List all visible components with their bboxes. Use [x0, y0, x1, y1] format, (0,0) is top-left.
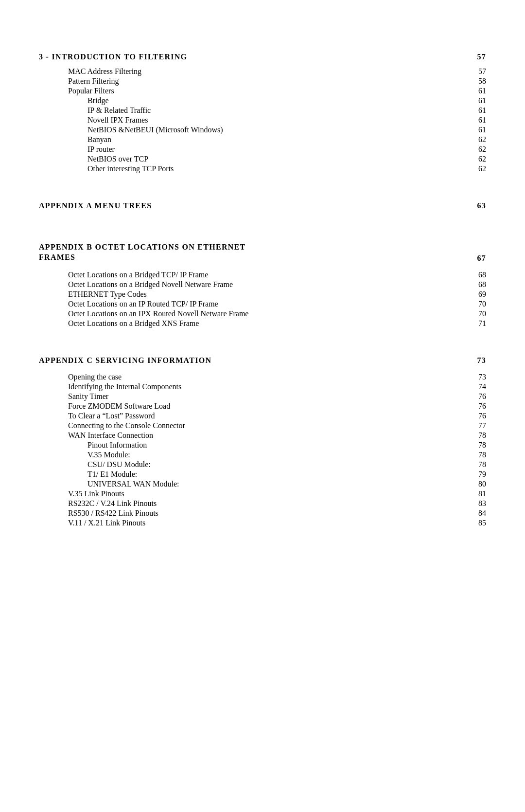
toc-title-pinout: Pinout Information	[88, 441, 467, 450]
toc-page-octet-bridged-tcp: 68	[467, 271, 486, 279]
toc-entry-octet-bridged-tcp: Octet Locations on a Bridged TCP/ IP Fra…	[39, 271, 486, 279]
toc-page-octet-bridged-xns: 71	[467, 319, 486, 328]
toc-page-v35-link: 81	[467, 489, 486, 498]
section-3-page: 57	[467, 53, 486, 61]
toc-entry-identifying: Identifying the Internal Components 74	[39, 382, 486, 391]
toc-page-popular: 61	[467, 87, 486, 95]
toc-title-t1-e1: T1/ E1 Module:	[88, 470, 467, 479]
toc-entry-mac: MAC Address Filtering 57	[39, 67, 486, 76]
toc-title-clear-password: To Clear a “Lost” Password	[68, 412, 467, 420]
toc-title-opening-case: Opening the case	[68, 373, 467, 381]
toc-title-console: Connecting to the Console Connector	[68, 421, 467, 430]
toc-entry-console: Connecting to the Console Connector 77	[39, 421, 486, 430]
toc-title-bridge: Bridge	[88, 96, 467, 105]
toc-title-ip-related: IP & Related Traffic	[88, 106, 467, 115]
toc-title-identifying: Identifying the Internal Components	[68, 382, 467, 391]
toc-page-sanity: 76	[467, 392, 486, 401]
toc-title-octet-bridged-novell: Octet Locations on a Bridged Novell Netw…	[68, 280, 467, 289]
toc-title-sanity: Sanity Timer	[68, 392, 467, 401]
toc-entry-netbios-tcp: NetBIOS over TCP 62	[39, 155, 486, 163]
toc-page-clear-password: 76	[467, 412, 486, 420]
toc-entry-popular: Popular Filters 61	[39, 87, 486, 95]
toc-title-v35-module: V.35 Module:	[88, 451, 467, 459]
toc-page-ip-related: 61	[467, 106, 486, 115]
toc-title-octet-bridged-tcp: Octet Locations on a Bridged TCP/ IP Fra…	[68, 271, 467, 279]
toc-page-rs530: 84	[467, 509, 486, 518]
appendix-b-title: APPENDIX B OCTET LOCATIONS ON ETHERNET F…	[39, 242, 467, 263]
toc-title-ethernet-type: ETHERNET Type Codes	[68, 290, 467, 299]
appendix-a-heading: APPENDIX A MENU TREES 63	[39, 188, 486, 214]
toc-title-force-zmodem: Force ZMODEM Software Load	[68, 402, 467, 411]
toc-title-novell: Novell IPX Frames	[88, 116, 467, 125]
toc-entry-clear-password: To Clear a “Lost” Password 76	[39, 412, 486, 420]
toc-entry-octet-ip-routed: Octet Locations on an IP Routed TCP/ IP …	[39, 300, 486, 308]
toc-page-rs232c: 83	[467, 499, 486, 508]
toc-page-identifying: 74	[467, 382, 486, 391]
appendix-c-heading: APPENDIX C SERVICING INFORMATION 73	[39, 343, 486, 369]
toc-entry-bridge: Bridge 61	[39, 96, 486, 105]
toc-entry-netbios: NetBIOS &NetBEUI (Microsoft Windows) 61	[39, 126, 486, 134]
toc-title-mac: MAC Address Filtering	[68, 67, 467, 76]
toc-entry-ip-related: IP & Related Traffic 61	[39, 106, 486, 115]
toc-title-netbios: NetBIOS &NetBEUI (Microsoft Windows)	[88, 126, 467, 134]
toc-page-mac: 57	[467, 67, 486, 76]
toc-title-banyan: Banyan	[88, 135, 467, 144]
appendix-a-page: 63	[467, 201, 486, 210]
toc-entry-octet-bridged-xns: Octet Locations on a Bridged XNS Frame 7…	[39, 319, 486, 328]
toc-entry-iprouter: IP router 62	[39, 145, 486, 154]
toc-page-v35-module: 78	[467, 451, 486, 459]
appendix-b-heading: APPENDIX B OCTET LOCATIONS ON ETHERNET F…	[39, 229, 486, 267]
toc-title-csu-dsu: CSU/ DSU Module:	[88, 460, 467, 469]
toc-entry-csu-dsu: CSU/ DSU Module: 78	[39, 460, 486, 469]
toc-title-iprouter: IP router	[88, 145, 467, 154]
toc-page-ethernet-type: 69	[467, 290, 486, 299]
toc-entry-v35-module: V.35 Module: 78	[39, 451, 486, 459]
toc-entry-v11: V.11 / X.21 Link Pinouts 85	[39, 519, 486, 527]
toc-entry-novell: Novell IPX Frames 61	[39, 116, 486, 125]
toc-entry-universal-wan: UNIVERSAL WAN Module: 80	[39, 480, 486, 488]
toc-title-popular: Popular Filters	[68, 87, 467, 95]
toc-page-octet-bridged-novell: 68	[467, 280, 486, 289]
toc-page-csu-dsu: 78	[467, 460, 486, 469]
toc-page-t1-e1: 79	[467, 470, 486, 479]
toc-title-octet-ip-routed: Octet Locations on an IP Routed TCP/ IP …	[68, 300, 467, 308]
toc-page-wan-interface: 78	[467, 431, 486, 440]
toc-page-novell: 61	[467, 116, 486, 125]
toc-page-v11: 85	[467, 519, 486, 527]
toc-entry-wan-interface: WAN Interface Connection 78	[39, 431, 486, 440]
toc-entry-other-tcp: Other interesting TCP Ports 62	[39, 164, 486, 173]
toc-title-v35-link: V.35 Link Pinouts	[68, 489, 467, 498]
toc-entry-opening-case: Opening the case 73	[39, 373, 486, 381]
toc-page-octet-ipx-routed: 70	[467, 309, 486, 318]
toc-title-rs232c: RS232C / V.24 Link Pinouts	[68, 499, 467, 508]
appendix-a-title: APPENDIX A MENU TREES	[39, 201, 467, 210]
toc-page-octet-ip-routed: 70	[467, 300, 486, 308]
toc-entry-rs530: RS530 / RS422 Link Pinouts 84	[39, 509, 486, 518]
toc-page-netbios: 61	[467, 126, 486, 134]
toc-entry-ethernet-type: ETHERNET Type Codes 69	[39, 290, 486, 299]
toc-page-bridge: 61	[467, 96, 486, 105]
toc-title-netbios-tcp: NetBIOS over TCP	[88, 155, 467, 163]
toc-page-pinout: 78	[467, 441, 486, 450]
toc-entry-sanity: Sanity Timer 76	[39, 392, 486, 401]
toc-entry-octet-bridged-novell: Octet Locations on a Bridged Novell Netw…	[39, 280, 486, 289]
toc-entry-t1-e1: T1/ E1 Module: 79	[39, 470, 486, 479]
toc-title-other-tcp: Other interesting TCP Ports	[88, 164, 467, 173]
toc-page-other-tcp: 62	[467, 164, 486, 173]
toc-title-pattern: Pattern Filtering	[68, 77, 467, 86]
toc-title-octet-bridged-xns: Octet Locations on a Bridged XNS Frame	[68, 319, 467, 328]
toc-page-pattern: 58	[467, 77, 486, 86]
section-3-heading: 3 - INTRODUCTION TO FILTERING 57	[39, 39, 486, 65]
toc-entry-force-zmodem: Force ZMODEM Software Load 76	[39, 402, 486, 411]
appendix-b-page: 67	[467, 254, 486, 263]
appendix-c-title: APPENDIX C SERVICING INFORMATION	[39, 356, 467, 365]
toc-page-force-zmodem: 76	[467, 402, 486, 411]
toc-title-universal-wan: UNIVERSAL WAN Module:	[88, 480, 467, 488]
toc-title-v11: V.11 / X.21 Link Pinouts	[68, 519, 467, 527]
toc-page-banyan: 62	[467, 135, 486, 144]
toc-entry-octet-ipx-routed: Octet Locations on an IPX Routed Novell …	[39, 309, 486, 318]
toc-entry-banyan: Banyan 62	[39, 135, 486, 144]
toc-title-rs530: RS530 / RS422 Link Pinouts	[68, 509, 467, 518]
toc-page-netbios-tcp: 62	[467, 155, 486, 163]
toc-entry-v35-link: V.35 Link Pinouts 81	[39, 489, 486, 498]
